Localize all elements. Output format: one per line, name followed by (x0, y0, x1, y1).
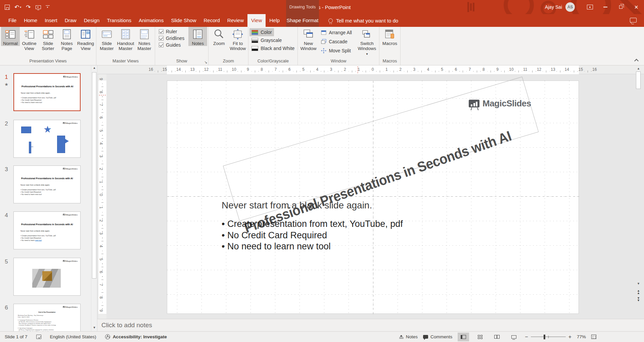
scroll-up-icon[interactable]: ▲ (636, 67, 641, 70)
collapse-ribbon-icon[interactable] (634, 59, 639, 63)
zoom-level[interactable]: 77% (577, 334, 586, 339)
normal-view-button[interactable]: Normal (1, 27, 20, 46)
switch-windows-button[interactable]: Switch Windows ▾ (356, 27, 378, 56)
avatar[interactable]: AS (565, 2, 575, 12)
horizontal-guide[interactable] (167, 196, 579, 197)
macros-button[interactable]: Macros (380, 27, 399, 46)
handout-master-button[interactable]: Handout Master (116, 27, 135, 51)
tab-file[interactable]: File (5, 14, 20, 27)
tab-design[interactable]: Design (80, 14, 103, 27)
spellcheck-icon[interactable] (36, 335, 41, 339)
bullet-item: • Create presentation from text, YouTube… (222, 218, 403, 230)
hyperlink[interactable]: new tool (35, 239, 42, 241)
tab-record[interactable]: Record (200, 14, 223, 27)
slide-thumbnail-3[interactable]: MagicSlidesProfessional Presentations in… (13, 165, 81, 203)
guides-checkbox[interactable]: Guides (159, 42, 184, 48)
start-slideshow-button[interactable]: ▸ (36, 5, 41, 9)
zoom-in-button[interactable]: + (568, 334, 571, 340)
outline-view-button[interactable]: Outline View (20, 27, 39, 51)
gridlines-checkbox[interactable]: Gridlines (159, 36, 184, 41)
slide-thumbnail-panel: 1★MagicSlidesProfessional Presentations … (0, 65, 97, 331)
reading-view-button[interactable]: Reading View (76, 27, 95, 51)
accessibility-status[interactable]: Accessibility: Investigate (105, 334, 167, 339)
black-and-white-button[interactable]: Black and White (249, 44, 296, 52)
notes-placeholder[interactable]: Click to add notes (101, 322, 152, 329)
redo-button[interactable]: ↷ (26, 4, 31, 11)
slideshow-toggle[interactable] (508, 333, 519, 341)
normal-view-toggle[interactable] (458, 333, 469, 341)
tab-animations[interactable]: Animations (135, 14, 167, 27)
fit-to-window-button[interactable]: Fit to Window (228, 27, 247, 51)
scrollbar-thumb[interactable] (92, 72, 96, 279)
show-dialog-launcher-icon[interactable]: ↘ (204, 60, 207, 64)
new-window-button[interactable]: New Window (299, 27, 318, 51)
tab-view[interactable]: View (247, 14, 266, 27)
slide-bullet-list[interactable]: • Create presentation from text, YouTube… (222, 218, 403, 252)
arrange-all-button[interactable]: Arrange All (319, 29, 354, 37)
vertical-ruler[interactable]: 9876543210123456789 (98, 74, 106, 319)
editor-scrollbar[interactable]: ▲ ▼ ▲▲ ▼▼ (636, 65, 641, 319)
move-split-button[interactable]: Move Split (319, 47, 354, 55)
cascade-button[interactable]: Cascade (319, 38, 354, 46)
tab-insert[interactable]: Insert (41, 14, 61, 27)
comments-bubble-icon[interactable] (630, 18, 637, 22)
restore-button[interactable] (613, 0, 629, 14)
tab-slide-show[interactable]: Slide Show (167, 14, 200, 27)
tab-home[interactable]: Home (20, 14, 41, 27)
slide-sorter-toggle[interactable] (474, 333, 486, 341)
notes-page-button[interactable]: Notes Page (57, 27, 76, 51)
color-button[interactable]: Color (249, 28, 274, 36)
notes-master-button[interactable]: Notes Master (135, 27, 154, 51)
next-slide-button[interactable]: ▼▼ (636, 297, 641, 302)
ruler-dot (161, 71, 162, 72)
zoom-button[interactable]: Zoom (210, 27, 228, 46)
shape-rectangle (21, 127, 31, 133)
group-label-presentation-views: Presentation Views (1, 58, 95, 65)
notes-toggle-button[interactable]: Notes (188, 27, 207, 46)
ruler-tick (101, 228, 103, 229)
notes-toggle[interactable]: Notes (399, 334, 418, 339)
reading-view-toggle[interactable] (491, 333, 503, 341)
scroll-down-icon[interactable]: ▼ (91, 326, 97, 329)
slide-thumbnail-5[interactable]: MagicSlides (13, 258, 81, 296)
ruler-dot (237, 71, 238, 72)
tab-review[interactable]: Review (224, 14, 247, 27)
zoom-slider[interactable] (531, 335, 566, 339)
language-indicator[interactable]: English (United States) (50, 334, 96, 339)
ruler-checkbox[interactable]: Ruler (159, 29, 184, 34)
ruler-tick (269, 70, 269, 72)
horizontal-ruler[interactable]: 1615141312111098765432101234567891011121… (97, 65, 644, 74)
slide-thumbnail-6[interactable]: MagicSlidesEnd of the PresentationMarket… (13, 304, 81, 331)
zoom-out-button[interactable]: − (525, 334, 528, 340)
undo-button[interactable]: ↶▾ (14, 4, 21, 11)
slide-sorter-button[interactable]: Slide Sorter (39, 27, 57, 51)
fit-slide-to-window-icon[interactable] (591, 335, 596, 339)
slide-master-button[interactable]: Slide Master (97, 27, 116, 51)
minimize-button[interactable] (598, 0, 613, 14)
customize-quick-access-button[interactable]: ▾ (46, 5, 50, 9)
scrollbar-thumb[interactable] (636, 71, 641, 89)
notes-panel[interactable]: Click to add notes (97, 319, 644, 331)
vertical-guide[interactable] (373, 81, 373, 314)
comments-toggle[interactable]: Comments (423, 334, 452, 339)
tab-draw[interactable]: Draw (61, 14, 80, 27)
slide-thumbnail-2[interactable]: MagicSlides★ (13, 120, 81, 158)
tab-shape-format[interactable]: Shape Format (286, 14, 319, 27)
scroll-down-icon[interactable]: ▼ (636, 282, 641, 285)
close-button[interactable]: × (629, 0, 644, 14)
tab-transitions[interactable]: Transitions (103, 14, 135, 27)
scroll-up-icon[interactable]: ▲ (91, 66, 97, 69)
slide-canvas[interactable]: MagicSlides Professional Presentations i… (167, 81, 579, 314)
ruler-number: 13 (551, 67, 555, 72)
zoom-slider-thumb[interactable] (544, 335, 545, 339)
ribbon-display-options-button[interactable]: ▴ (582, 0, 598, 14)
tab-help[interactable]: Help (266, 14, 283, 27)
previous-slide-button[interactable]: ▲▲ (636, 290, 641, 294)
thumbnail-scrollbar[interactable]: ▲ ▼ (91, 65, 97, 331)
tell-me-box[interactable]: Tell me what you want to do (328, 14, 398, 27)
slide-subtitle[interactable]: Never start from a blank slide again. (222, 200, 372, 211)
grayscale-button[interactable]: Grayscale (249, 36, 284, 44)
slide-thumbnail-4[interactable]: MagicSlidesProfessional Presentations in… (13, 211, 81, 249)
save-button[interactable] (5, 5, 10, 10)
slide-thumbnail-1[interactable]: MagicSlidesProfessional Presentations in… (13, 73, 81, 111)
